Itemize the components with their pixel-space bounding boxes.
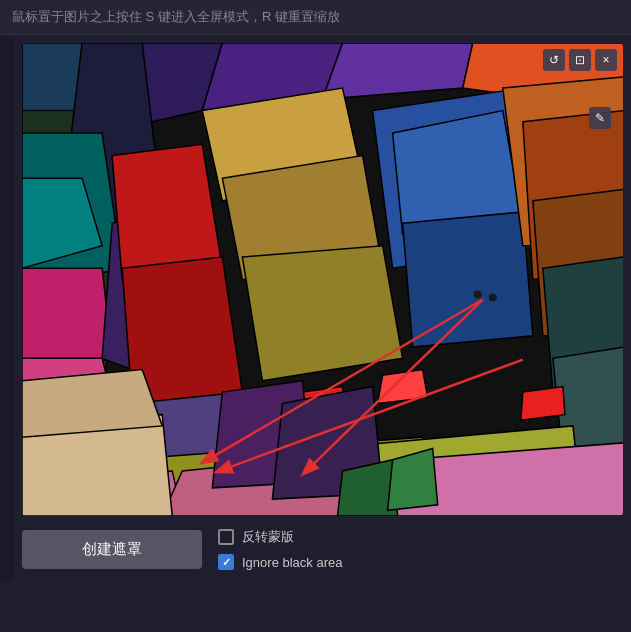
main-area: ↺ ⊡ × ✎ 创建遮罩 bbox=[0, 35, 631, 582]
reverse-checkbox[interactable] bbox=[218, 529, 234, 545]
reverse-mask-label: 反转蒙版 bbox=[242, 528, 294, 546]
reset-zoom-button[interactable]: ↺ bbox=[543, 49, 565, 71]
settings-button[interactable]: ⊡ bbox=[569, 49, 591, 71]
image-controls: ↺ ⊡ × ✎ bbox=[543, 49, 617, 71]
left-sidebar bbox=[0, 35, 14, 582]
settings-icon: ⊡ bbox=[575, 53, 585, 67]
reverse-mask-option[interactable]: 反转蒙版 bbox=[218, 528, 342, 546]
edit-icon: ✎ bbox=[595, 111, 605, 125]
edit-button[interactable]: ✎ bbox=[589, 107, 611, 129]
close-icon: × bbox=[602, 53, 609, 67]
segmentation-image bbox=[22, 43, 623, 516]
app-container: 鼠标置于图片之上按住 S 键进入全屏模式，R 键重置缩放 bbox=[0, 0, 631, 632]
ignore-black-option[interactable]: Ignore black area bbox=[218, 554, 342, 570]
checkbox-group: 反转蒙版 Ignore black area bbox=[218, 528, 342, 570]
image-viewer: ↺ ⊡ × ✎ bbox=[22, 43, 623, 516]
content-area: ↺ ⊡ × ✎ 创建遮罩 bbox=[14, 35, 631, 582]
create-mask-button[interactable]: 创建遮罩 bbox=[22, 530, 202, 569]
reset-icon: ↺ bbox=[549, 53, 559, 67]
ignore-black-label: Ignore black area bbox=[242, 555, 342, 570]
instruction-text: 鼠标置于图片之上按住 S 键进入全屏模式，R 键重置缩放 bbox=[12, 9, 340, 24]
bottom-area bbox=[0, 582, 631, 632]
controls-row: 创建遮罩 反转蒙版 Ignore black area bbox=[22, 524, 623, 574]
ignore-black-checkbox[interactable] bbox=[218, 554, 234, 570]
close-button[interactable]: × bbox=[595, 49, 617, 71]
top-bar: 鼠标置于图片之上按住 S 键进入全屏模式，R 键重置缩放 bbox=[0, 0, 631, 35]
